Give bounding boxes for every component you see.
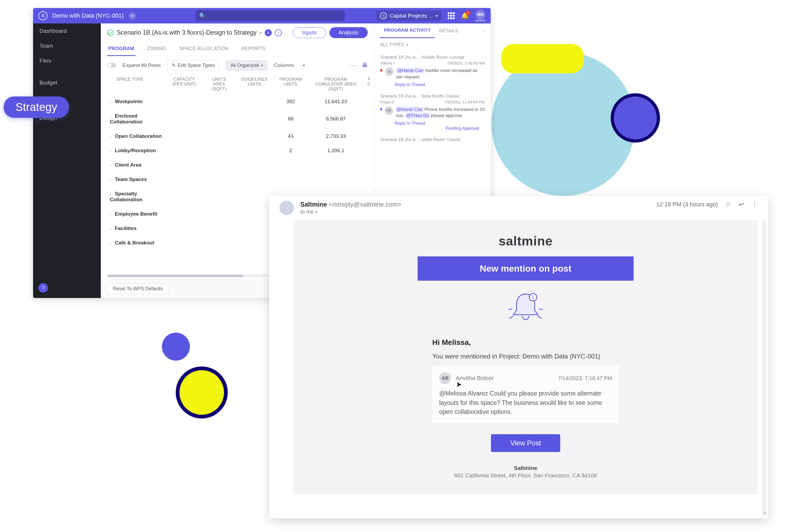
activity-card[interactable]: Scenario 1B (As-is ... hone Booth- Class…: [374, 91, 491, 135]
table-row[interactable]: ›Workpoints39211,641.23: [101, 94, 374, 109]
org-filter-dropdown[interactable]: All Organizati ▾: [226, 60, 267, 71]
deco-purple-circle-large: [611, 93, 660, 142]
expand-row-icon[interactable]: ›: [110, 163, 111, 167]
email-vertical-scrollbar[interactable]: [762, 220, 766, 516]
svg-text:1: 1: [532, 294, 534, 300]
toolbar: Expand All Rows ✎ Edit Space Types All O…: [101, 56, 374, 74]
sender-avatar: [279, 201, 294, 215]
table-row[interactable]: ›Open Collaboration432,733.33: [101, 129, 374, 144]
tab-zoning[interactable]: ZONING: [146, 42, 168, 56]
tab-details[interactable]: DETAILS: [435, 24, 463, 38]
email-banner: New mention on post: [417, 256, 634, 281]
expand-row-icon[interactable]: ›: [110, 192, 111, 196]
activity-message: @Hanie Cao Phone booths increased to 10 …: [396, 106, 485, 119]
print-icon[interactable]: 🖶: [362, 62, 368, 69]
expand-row-icon[interactable]: ›: [110, 100, 111, 104]
table-row[interactable]: ›Lobby/Reception21,206.1: [101, 144, 374, 158]
close-project-icon[interactable]: ✕: [129, 12, 136, 19]
sidebar-item-team[interactable]: Team: [33, 38, 101, 53]
row-cum-area: 6,568.87: [308, 109, 364, 129]
table-row[interactable]: ›Team Spaces: [101, 172, 374, 187]
expand-row-icon[interactable]: ›: [110, 227, 111, 231]
pending-approval-label: Pending Approval: [380, 126, 485, 131]
edit-space-label: Edit Space Types: [178, 63, 215, 68]
expand-row-icon[interactable]: ›: [110, 134, 111, 138]
email-window: Saltmine <noreply@saltmine.com> to me ▾ …: [269, 196, 768, 518]
reply-icon[interactable]: ↩: [739, 201, 744, 208]
analysis-button[interactable]: Analysis: [329, 27, 368, 38]
row-space-type: Client Area: [115, 162, 142, 168]
tab-reports[interactable]: REPORTS: [240, 42, 266, 56]
post-author-avatar: AB: [439, 372, 451, 384]
reply-in-thread-link[interactable]: Reply In Thread: [395, 82, 425, 87]
edit-space-types-button[interactable]: ✎ Edit Space Types: [167, 60, 220, 71]
more-menu-icon[interactable]: ⋯: [348, 61, 357, 70]
tab-program-activity[interactable]: PROGRAM ACTIVITY: [380, 23, 435, 38]
cursor-icon: ➤: [456, 380, 462, 388]
email-to[interactable]: to me ▾: [300, 209, 401, 215]
activity-message: @Hanie Cao huddle room increased as per …: [396, 68, 485, 80]
tab-program[interactable]: PROGRAM: [107, 42, 135, 56]
bell-illustration-icon: 1: [293, 281, 758, 334]
search-input[interactable]: 🔍: [196, 11, 345, 21]
email-to-label: to me: [300, 209, 314, 215]
activity-filter[interactable]: ALL TYPES ▾: [374, 38, 491, 51]
chevron-down-icon[interactable]: ▾: [303, 63, 305, 68]
info-icon[interactable]: i: [275, 29, 282, 36]
org-filter-label: All Organizati: [230, 63, 259, 68]
activity-card[interactable]: Scenario 1B (As-is ... Huddle Room- Loun…: [374, 52, 491, 91]
panel-scroll-right-icon[interactable]: ›: [483, 28, 485, 34]
app-grid-icon[interactable]: [448, 12, 455, 19]
email-header: Saltmine <noreply@saltmine.com> to me ▾ …: [269, 196, 768, 220]
activity-scenario: Scenario 1B (As-is ... Huddle Room- Loun…: [380, 55, 485, 60]
email-from-addr: <noreply@saltmine.com>: [329, 201, 401, 208]
sidebar-item-budget[interactable]: Budget: [33, 75, 101, 90]
chevron-down-icon[interactable]: ▾: [260, 31, 262, 35]
col-program-units: PROGRAM UNITS: [274, 74, 308, 94]
activity-filter-label: ALL TYPES: [380, 42, 404, 48]
more-vert-icon[interactable]: ⋮: [751, 201, 758, 208]
status-dot-icon: [380, 69, 383, 72]
email-mention-line: You were mentioned in Project: Demo with…: [432, 351, 619, 366]
expand-row-icon[interactable]: ›: [110, 241, 111, 245]
sidebar-item-files[interactable]: Files: [33, 53, 101, 68]
footer-address: 601 California Street, 4th Floor, San Fr…: [454, 472, 597, 478]
chevron-down-icon: ▾: [261, 63, 263, 68]
email-prev-caret-icon[interactable]: ‹: [764, 509, 766, 516]
user-avatar[interactable]: MA ADMIN: [476, 10, 485, 22]
expand-toggle[interactable]: [107, 63, 116, 68]
row-space-type: Cafe & Breakout: [115, 240, 154, 246]
table-row[interactable]: ›Client Area: [101, 158, 374, 172]
expand-row-icon[interactable]: ›: [110, 114, 111, 118]
tab-space-allocation[interactable]: SPACE ALLOCATION: [179, 42, 229, 56]
star-icon[interactable]: ☆: [725, 201, 731, 208]
client-selector[interactable]: S Capital Projects ... ▾: [376, 11, 441, 21]
app-logo-icon[interactable]: S: [38, 11, 48, 20]
status-dot-icon: [380, 108, 382, 111]
reply-in-thread-link[interactable]: Reply In Thread: [395, 121, 425, 126]
expand-row-icon[interactable]: ›: [110, 149, 111, 153]
row-space-type: Specialty Collaboration: [110, 191, 143, 202]
inputs-button[interactable]: Inputs: [293, 27, 326, 38]
activity-card[interactable]: Scenario 1B (As-is ... uddle Room- Class…: [374, 135, 491, 147]
help-button[interactable]: ?: [38, 283, 48, 293]
reset-button[interactable]: Reset To WPS Defaults: [107, 284, 169, 294]
project-title[interactable]: Demo with Data (NYC-001): [52, 12, 124, 19]
client-logo-icon: S: [380, 12, 387, 19]
expand-row-icon[interactable]: ›: [110, 177, 111, 182]
table-row[interactable]: ›Enclosed Collaboration686,568.87: [101, 109, 374, 129]
row-space-type: Lobby/Reception: [115, 148, 156, 153]
row-space-type: Enclosed Collaboration: [110, 113, 143, 125]
col-space-type: SPACE TYPE: [101, 74, 165, 94]
view-post-button[interactable]: View Post: [491, 434, 560, 452]
check-icon: [107, 30, 114, 36]
scenario-title[interactable]: Scenario 1B (As-is with 3 floors)-Design…: [117, 29, 257, 36]
columns-label[interactable]: Columns: [274, 62, 294, 68]
scenario-header: Scenario 1B (As-is with 3 floors)-Design…: [101, 23, 374, 42]
notifications-icon[interactable]: 🔔1: [461, 12, 469, 19]
scenario-count-badge[interactable]: 8: [265, 29, 272, 36]
chevron-down-icon: ▾: [315, 210, 317, 214]
expand-row-icon[interactable]: ›: [110, 212, 111, 216]
col-unit-area: UNIT'S AREA (SQFT): [203, 74, 235, 94]
sidebar-item-dashboard[interactable]: Dashboard: [33, 23, 101, 38]
